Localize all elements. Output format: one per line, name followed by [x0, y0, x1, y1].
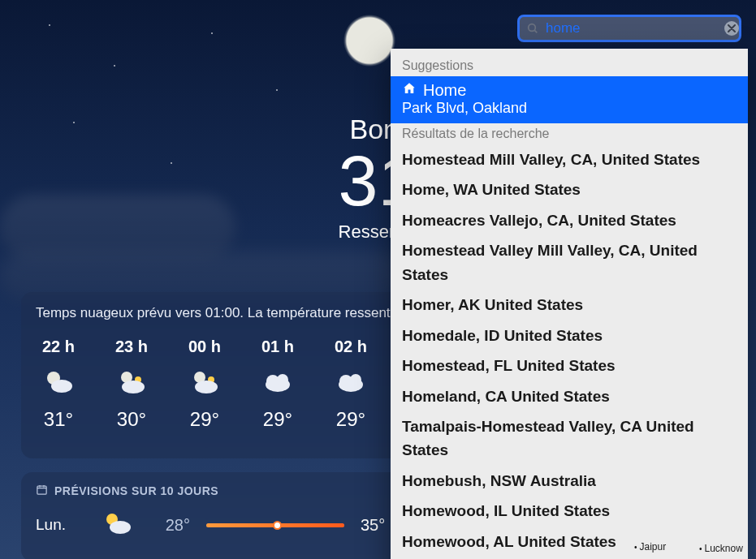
svg-rect-17 [37, 486, 46, 494]
search-input[interactable] [546, 20, 718, 37]
clear-search-button[interactable] [724, 21, 739, 36]
svg-point-10 [277, 374, 288, 385]
hourly-item: 00 h 29° [182, 338, 227, 431]
hour-time: 02 h [335, 338, 367, 356]
svg-point-20 [529, 24, 536, 32]
suggestion-subtitle: Park Blvd, Oakland [402, 100, 737, 117]
day-low-temp: 28° [149, 516, 190, 535]
map-background: JaipurLucknow [545, 527, 756, 559]
svg-point-1 [51, 380, 72, 393]
hourly-item: 23 h 30° [109, 338, 154, 431]
weather-icon [188, 368, 221, 397]
suggestion-title: Home [423, 81, 466, 100]
weather-icon [335, 368, 367, 397]
svg-point-7 [195, 381, 218, 393]
weather-icon [115, 368, 148, 397]
search-icon [526, 22, 539, 35]
hour-time: 22 h [42, 338, 75, 356]
search-result-item[interactable]: Home, WA United States [391, 174, 748, 204]
search-result-item[interactable]: Homeland, CA United States [391, 381, 748, 411]
search-result-item[interactable]: Homer, AK United States [391, 290, 748, 320]
results-section-label: Résultats de la recherche [391, 123, 748, 144]
hourly-item: 22 h 31° [36, 338, 81, 431]
suggestion-item-selected[interactable]: Home Park Blvd, Oakland [391, 76, 748, 123]
search-field[interactable] [517, 15, 741, 42]
search-result-item[interactable]: Homeacres Vallejo, CA, United States [391, 205, 748, 235]
day-name: Lun. [36, 516, 84, 534]
weather-icon [261, 368, 294, 397]
hour-time: 23 h [115, 338, 148, 356]
hour-temperature: 31° [44, 408, 73, 431]
search-result-item[interactable]: Tamalpais-Homestead Valley, CA United St… [391, 411, 748, 466]
hour-temperature: 29° [190, 408, 219, 431]
daily-header-text: PRÉVISIONS SUR 10 JOURS [54, 484, 218, 497]
hour-temperature: 30° [117, 408, 146, 431]
weather-icon [42, 368, 75, 397]
hour-time: 01 h [261, 338, 294, 356]
search-result-item[interactable]: Homestead, FL United States [391, 350, 748, 381]
search-result-item[interactable]: Homewood, IL United States [391, 496, 748, 526]
map-city-label: Lucknow [699, 543, 743, 554]
temp-range-bar [206, 523, 344, 527]
hourly-item: 02 h 29° [328, 338, 374, 431]
weather-icon [101, 510, 133, 540]
search-result-item[interactable]: Homedale, ID United States [391, 320, 748, 350]
search-result-item[interactable]: Homestead Mill Valley, CA, United States [391, 144, 748, 174]
search-result-item[interactable]: Homebush, NSW Australia [391, 466, 748, 496]
suggestions-section-label: Suggestions [391, 55, 748, 76]
hour-temperature: 29° [263, 408, 292, 431]
svg-point-4 [122, 381, 145, 393]
calendar-icon [36, 484, 48, 498]
search-results-dropdown: Suggestions Home Park Blvd, Oakland Résu… [391, 49, 748, 559]
map-city-label: Jaipur [634, 541, 666, 553]
svg-point-19 [110, 521, 131, 534]
hour-temperature: 29° [336, 408, 365, 431]
home-icon [402, 81, 417, 100]
svg-point-13 [350, 374, 361, 385]
hour-time: 00 h [188, 338, 221, 356]
search-result-item[interactable]: Homestead Valley Mill Valley, CA, United… [391, 235, 748, 290]
hourly-item: 01 h 29° [255, 338, 300, 431]
